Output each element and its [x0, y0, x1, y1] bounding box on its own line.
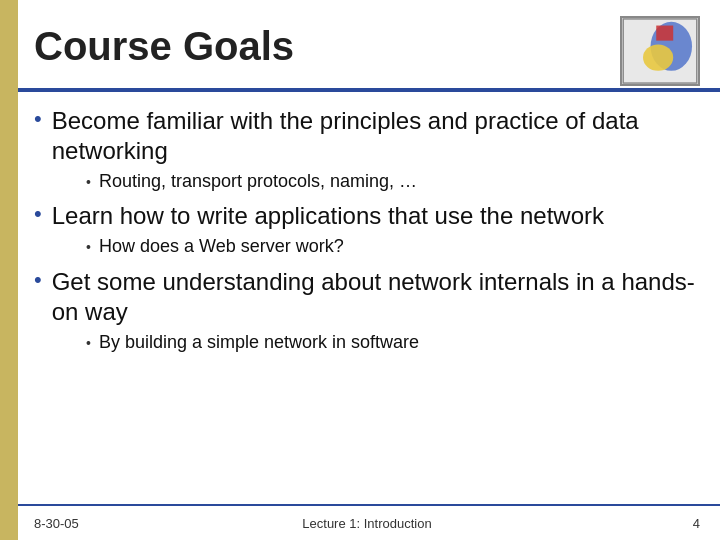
sub-bullet-1-1: • Routing, transport protocols, naming, … [86, 170, 700, 193]
footer: 8-30-05 Lecture 1: Introduction 4 [18, 504, 720, 540]
bullet-dot-3: • [34, 269, 42, 291]
sub-text-1-1: Routing, transport protocols, naming, … [99, 170, 417, 193]
bullet-dot-1: • [34, 108, 42, 130]
svg-point-2 [643, 44, 673, 70]
bullet-text-2: Learn how to write applications that use… [52, 201, 604, 231]
title-rule [18, 88, 720, 92]
footer-date: 8-30-05 [34, 516, 254, 531]
bullet-text-3: Get some understanding about network int… [52, 267, 700, 327]
bullet-main-3: • Get some understanding about network i… [34, 267, 700, 327]
sub-bullet-2-1: • How does a Web server work? [86, 235, 700, 258]
bullet-main-2: • Learn how to write applications that u… [34, 201, 700, 231]
bullet-item-2: • Learn how to write applications that u… [34, 201, 700, 258]
sub-bullet-3-1: • By building a simple network in softwa… [86, 331, 700, 354]
sub-text-3-1: By building a simple network in software [99, 331, 419, 354]
sub-text-2-1: How does a Web server work? [99, 235, 344, 258]
logo-inner [622, 18, 698, 84]
header: Course Goals [18, 0, 720, 90]
footer-page: 4 [480, 516, 700, 531]
bullet-item-3: • Get some understanding about network i… [34, 267, 700, 354]
slide-title: Course Goals [34, 24, 294, 68]
sub-dot-3-1: • [86, 335, 91, 351]
logo-svg [622, 18, 698, 84]
bullet-item-1: • Become familiar with the principles an… [34, 106, 700, 193]
bullet-dot-2: • [34, 203, 42, 225]
bullet-text-1: Become familiar with the principles and … [52, 106, 700, 166]
slide: Course Goals [0, 0, 720, 540]
bullet-main-1: • Become familiar with the principles an… [34, 106, 700, 166]
sub-dot-1-1: • [86, 174, 91, 190]
sub-dot-2-1: • [86, 239, 91, 255]
footer-title: Lecture 1: Introduction [257, 516, 477, 531]
left-stripe [0, 0, 18, 540]
logo-box [620, 16, 700, 86]
content-area: • Become familiar with the principles an… [18, 96, 720, 504]
svg-rect-3 [656, 26, 673, 41]
